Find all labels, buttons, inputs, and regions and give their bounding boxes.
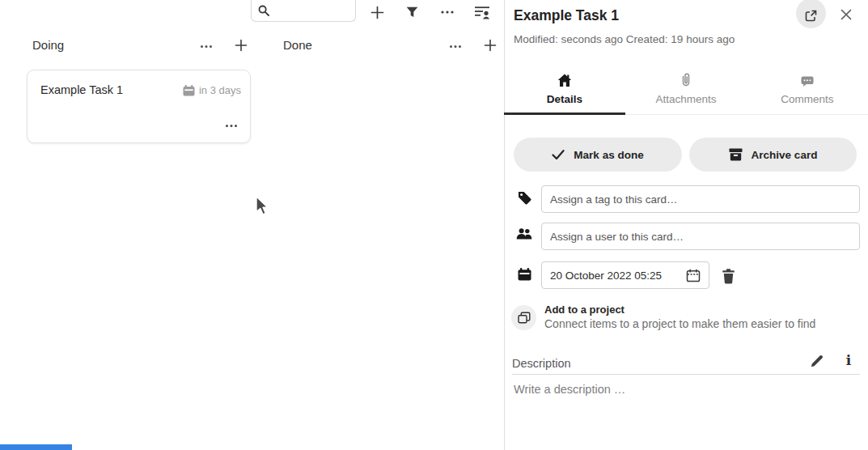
remove-date-button[interactable]	[718, 266, 738, 286]
sort-person-icon	[474, 6, 490, 19]
ellipsis-icon	[225, 124, 238, 128]
panel-meta: Modified: seconds ago Created: 19 hours …	[514, 33, 735, 45]
search-input-container[interactable]	[251, 0, 356, 22]
board-menu-button[interactable]	[437, 2, 458, 23]
due-date-field[interactable]: 20 October 2022 05:25	[541, 261, 709, 289]
filter-button[interactable]	[401, 2, 422, 23]
plus-icon	[235, 39, 248, 52]
external-link-icon	[804, 9, 818, 23]
search-input[interactable]	[274, 5, 355, 17]
column-done-add-button[interactable]	[480, 35, 501, 56]
pencil-icon	[811, 354, 824, 367]
mark-as-done-button[interactable]: Mark as done	[514, 138, 682, 172]
column-done-menu-button[interactable]	[445, 36, 466, 57]
column-title-done: Done	[283, 38, 312, 52]
tab-details[interactable]: Details	[504, 68, 625, 114]
assign-user-input[interactable]	[541, 223, 860, 250]
add-card-button[interactable]	[366, 2, 387, 23]
popout-button[interactable]	[796, 0, 826, 28]
edit-description-button[interactable]	[808, 352, 826, 370]
panel-title: Example Task 1	[514, 7, 619, 24]
comment-icon	[801, 76, 814, 87]
due-date-icon	[518, 268, 531, 281]
card-menu-button[interactable]	[221, 115, 242, 136]
due-date-value: 20 October 2022 05:25	[550, 270, 684, 282]
check-icon	[552, 150, 565, 159]
close-panel-button[interactable]	[837, 6, 855, 23]
column-doing-menu-button[interactable]	[196, 36, 217, 57]
info-icon: i	[846, 354, 851, 367]
tab-details-label: Details	[547, 93, 582, 105]
description-label: Description	[512, 357, 571, 370]
column-doing-add-button[interactable]	[231, 35, 252, 56]
tag-icon	[518, 191, 531, 205]
archive-card-label: Archive card	[752, 149, 818, 161]
calendar-outline-icon	[686, 269, 701, 282]
tab-comments[interactable]: Comments	[747, 68, 868, 114]
app-window: Doing Done Example Task 1 in 3 da	[0, 0, 868, 450]
calendar-icon	[183, 85, 195, 96]
task-card[interactable]: Example Task 1 in 3 days	[27, 70, 251, 143]
duplicate-icon	[518, 312, 531, 324]
mouse-cursor	[256, 196, 270, 216]
add-to-project-button[interactable]	[511, 305, 536, 330]
trash-icon	[722, 269, 735, 284]
ellipsis-icon	[440, 10, 455, 15]
plus-icon	[484, 39, 497, 52]
tab-comments-label: Comments	[781, 93, 833, 105]
ellipsis-icon	[449, 45, 462, 49]
date-picker-button[interactable]	[684, 266, 702, 284]
archive-icon	[729, 148, 743, 161]
home-icon	[557, 74, 572, 87]
assign-tag-input[interactable]	[541, 185, 860, 213]
ellipsis-icon	[200, 45, 213, 49]
add-to-project-subtitle: Connect items to a project to make them …	[544, 317, 815, 330]
description-divider	[512, 374, 860, 375]
funnel-icon	[406, 6, 418, 18]
sort-assignee-button[interactable]	[472, 2, 493, 23]
search-icon	[258, 5, 269, 16]
card-title: Example Task 1	[40, 83, 123, 96]
mark-as-done-label: Mark as done	[574, 149, 643, 161]
panel-tabs: Details Attachments Comments	[504, 68, 868, 115]
tab-attachments[interactable]: Attachments	[625, 68, 747, 114]
users-icon	[516, 228, 532, 240]
column-title-doing: Doing	[32, 38, 64, 52]
plus-icon	[370, 6, 384, 19]
description-info-button[interactable]: i	[840, 351, 857, 369]
tab-attachments-label: Attachments	[655, 93, 716, 105]
description-placeholder[interactable]: Write a description …	[514, 383, 625, 396]
archive-card-button[interactable]: Archive card	[689, 138, 857, 172]
card-due-date: in 3 days	[183, 84, 241, 96]
window-edge-accent	[0, 444, 72, 450]
paperclip-icon	[681, 73, 691, 87]
card-due-label: in 3 days	[199, 84, 241, 96]
close-icon	[840, 9, 852, 20]
add-to-project-title: Add to a project	[544, 304, 625, 316]
